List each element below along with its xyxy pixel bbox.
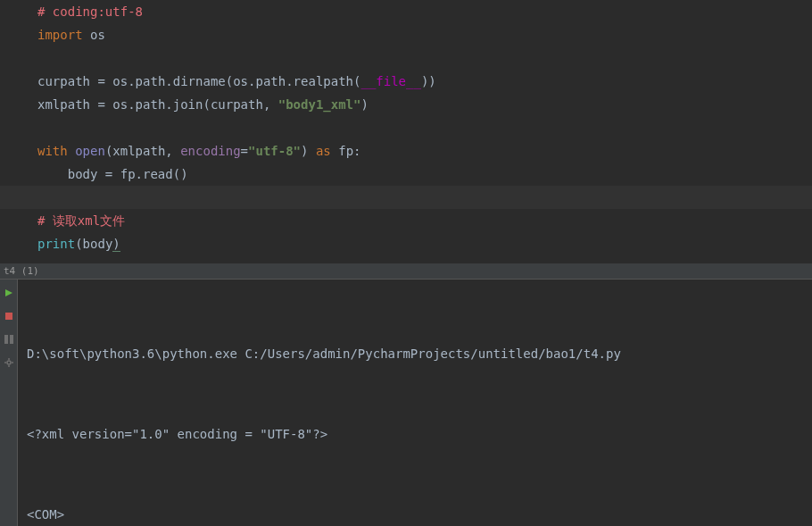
paren-close: ) xyxy=(112,237,120,252)
code-line-4[interactable]: curpath = os.path.dirname(os.path.realpa… xyxy=(0,70,812,93)
var-fp: fp: xyxy=(338,144,360,158)
settings-icon[interactable] xyxy=(0,353,18,372)
var-body: body xyxy=(83,237,113,251)
output-line-3: <COM> xyxy=(27,501,803,526)
code-editor[interactable]: # coding:utf-8 import os curpath = os.pa… xyxy=(0,0,812,263)
paren-close: ) xyxy=(360,97,368,112)
svg-point-3 xyxy=(7,361,11,364)
magic-file: __file__ xyxy=(360,74,420,88)
expr-read: fp.read() xyxy=(112,167,187,181)
keyword-import: import xyxy=(37,28,83,42)
code-line-7[interactable]: with open(xmlpath, encoding="utf-8") as … xyxy=(0,139,812,163)
op-eq: = xyxy=(97,74,104,88)
comment-readxml: # 读取xml文件 xyxy=(37,213,125,228)
tab-label[interactable]: t4 (1) xyxy=(4,265,39,277)
code-line-5[interactable]: xmlpath = os.path.join(curpath, "body1_x… xyxy=(0,93,812,116)
builtin-print: print xyxy=(37,237,75,251)
expr-openarg: (xmlpath, xyxy=(105,144,180,158)
stop-icon[interactable] xyxy=(0,306,18,326)
string-bodyxml: "body1_xml" xyxy=(278,97,361,112)
module-os: os xyxy=(83,28,105,42)
svg-rect-0 xyxy=(5,313,12,320)
code-line-1[interactable]: # coding:utf-8 xyxy=(0,0,812,23)
code-line-3[interactable] xyxy=(0,46,812,70)
output-line-2: <?xml version="1.0" encoding = "UTF-8"?> xyxy=(27,421,803,447)
code-line-9-current[interactable] xyxy=(0,186,812,209)
keyword-as: as xyxy=(309,144,339,158)
expr-dirname: os.path.dirname(os.path.realpath( xyxy=(105,74,361,88)
console-panel: D:\soft\python3.6\python.exe C:/Users/ad… xyxy=(0,280,812,526)
var-body: body xyxy=(37,167,105,181)
paren-open: ( xyxy=(75,237,82,251)
svg-rect-2 xyxy=(10,335,13,344)
console-output[interactable]: D:\soft\python3.6\python.exe C:/Users/ad… xyxy=(18,280,812,526)
code-line-8[interactable]: body = fp.read() xyxy=(0,163,812,186)
code-line-6[interactable] xyxy=(0,116,812,139)
code-line-2[interactable]: import os xyxy=(0,23,812,46)
string-utf8: "utf-8" xyxy=(248,144,301,158)
var-curpath: curpath xyxy=(37,74,97,88)
op-eq: = xyxy=(97,97,104,112)
rerun-icon[interactable] xyxy=(0,283,18,303)
keyword-with: with xyxy=(37,144,68,158)
builtin-open: open xyxy=(75,144,105,158)
run-tab-bar[interactable]: t4 (1) xyxy=(0,263,812,280)
svg-rect-1 xyxy=(4,335,8,344)
expr-join: os.path.join(curpath, xyxy=(105,97,278,112)
paren-close: ) xyxy=(301,144,308,158)
var-xmlpath: xmlpath xyxy=(37,97,97,112)
code-line-10[interactable]: # 读取xml文件 xyxy=(0,209,812,232)
comment-coding: # coding:utf-8 xyxy=(37,4,143,19)
param-encoding: encoding xyxy=(180,144,240,158)
console-toolbar xyxy=(0,280,18,526)
op-eq: = xyxy=(241,144,248,158)
code-line-11[interactable]: print(body) xyxy=(0,232,812,255)
layout-icon[interactable] xyxy=(0,330,18,349)
output-line-1: D:\soft\python3.6\python.exe C:/Users/ad… xyxy=(27,340,803,367)
paren-close: )) xyxy=(421,74,436,88)
